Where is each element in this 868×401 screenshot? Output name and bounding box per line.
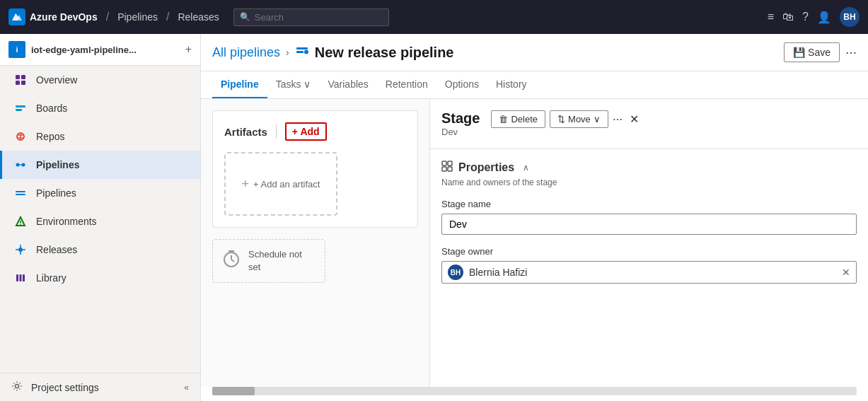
overview-icon (13, 73, 28, 87)
svg-rect-33 (442, 161, 446, 165)
sidebar-item-overview[interactable]: Overview (0, 66, 200, 94)
stage-name-group: Stage name (441, 199, 857, 235)
schedule-box[interactable]: Schedule not set (212, 239, 325, 283)
settings-label: Project settings (31, 382, 99, 393)
sidebar-item-pipelines[interactable]: Pipelines (0, 151, 200, 179)
project-icon: i (8, 41, 25, 58)
canvas-scrollbar-thumb (212, 387, 255, 395)
search-icon: 🔍 (240, 12, 250, 22)
svg-line-31 (231, 260, 234, 262)
project-selector[interactable]: i iot-edge-yaml-pipeline... + (0, 34, 200, 66)
stage-panel: Stage Dev 🗑 Delete ⇅ Move ∨ ⋯ (429, 99, 868, 387)
app-name: Azure DevOps (30, 11, 98, 23)
sidebar-item-label-boards: Boards (36, 103, 67, 114)
schedule-text: Schedule not set (248, 248, 316, 274)
library-icon (13, 271, 28, 285)
stage-panel-header: Stage Dev 🗑 Delete ⇅ Move ∨ ⋯ (430, 99, 868, 149)
add-artifact-text: + Add an artifact (253, 179, 320, 190)
breadcrumb-all-pipelines[interactable]: All pipelines (212, 45, 280, 60)
svg-point-13 (16, 163, 20, 167)
stage-subtitle: Dev (441, 127, 480, 137)
sidebar-item-label-pipelines2: Pipelines (36, 187, 76, 199)
properties-collapse-icon[interactable]: ∧ (523, 163, 529, 173)
sidebar-item-boards[interactable]: Boards (0, 94, 200, 122)
breadcrumb-sep2: / (166, 11, 169, 23)
properties-icon (441, 161, 453, 175)
collapse-icon[interactable]: « (184, 383, 189, 393)
artifacts-divider (276, 124, 277, 139)
main-layout: i iot-edge-yaml-pipeline... + Overview B… (0, 34, 868, 401)
app-logo[interactable]: Azure DevOps (8, 8, 98, 25)
stage-owner-label: Stage owner (441, 246, 857, 257)
save-button[interactable]: 💾 Save (784, 42, 840, 62)
tab-history[interactable]: History (487, 71, 536, 98)
repos-icon (13, 129, 28, 144)
search-box[interactable]: 🔍 (233, 8, 389, 26)
releases-icon (13, 243, 28, 257)
artifacts-label: Artifacts (224, 126, 267, 138)
sidebar-item-label-repos: Repos (36, 131, 64, 142)
add-artifact-box[interactable]: + + Add an artifact (224, 152, 337, 216)
properties-header: Properties ∧ (441, 161, 857, 175)
tab-tasks[interactable]: Tasks ∨ (267, 71, 320, 98)
delete-label: Delete (511, 114, 538, 124)
artifacts-header: Artifacts + Add (224, 122, 406, 141)
canvas-horizontal-scrollbar[interactable] (212, 387, 857, 395)
delete-stage-button[interactable]: 🗑 Delete (491, 110, 545, 128)
topbar: Azure DevOps / Pipelines / Releases 🔍 ≡ … (0, 0, 868, 34)
stage-name-input[interactable] (441, 214, 857, 235)
tab-variables[interactable]: Variables (319, 71, 376, 98)
content-header: All pipelines › New release pipeline 💾 S… (201, 34, 868, 71)
project-name: iot-edge-yaml-pipeline... (31, 45, 180, 55)
add-artifact-plus-icon: + (242, 177, 250, 192)
search-input[interactable] (255, 12, 383, 23)
stage-owner-group: Stage owner BH Blernia Hafizi ✕ (441, 246, 857, 284)
svg-point-25 (16, 385, 19, 388)
breadcrumb-releases[interactable]: Releases (178, 11, 219, 23)
help-icon-btn[interactable]: ? (802, 11, 809, 23)
svg-rect-22 (16, 274, 18, 281)
sidebar-item-environments[interactable]: Environments (0, 207, 200, 236)
sidebar-item-library[interactable]: Library (0, 264, 200, 292)
sidebar-item-repos[interactable]: Repos (0, 122, 200, 151)
project-settings-item[interactable]: Project settings « (0, 373, 200, 401)
pipelines-icon (13, 158, 28, 172)
owner-avatar: BH (448, 265, 463, 280)
sidebar: i iot-edge-yaml-pipeline... + Overview B… (0, 34, 201, 401)
user-avatar[interactable]: BH (840, 7, 860, 27)
svg-rect-17 (16, 194, 25, 195)
stage-panel-actions: 🗑 Delete ⇅ Move ∨ ⋯ ✕ (491, 110, 638, 128)
svg-point-28 (304, 50, 308, 54)
header-more-button[interactable]: ⋯ (845, 46, 857, 59)
pipeline-type-icon (295, 44, 309, 62)
pipelines2-icon (13, 186, 28, 200)
properties-desc: Name and owners of the stage (441, 178, 857, 187)
stage-title: Stage (441, 110, 480, 127)
add-project-icon[interactable]: + (185, 43, 192, 56)
schedule-clock-icon (221, 249, 241, 273)
owner-clear-button[interactable]: ✕ (842, 267, 850, 278)
stage-title-group: Stage Dev (441, 110, 480, 137)
pipeline-title: New release pipeline (315, 45, 454, 61)
svg-rect-35 (442, 167, 446, 171)
breadcrumb-pipelines[interactable]: Pipelines (117, 11, 158, 23)
tab-pipeline[interactable]: Pipeline (212, 71, 267, 98)
sidebar-item-pipelines2[interactable]: Pipelines (0, 179, 200, 207)
owner-input[interactable]: BH Blernia Hafizi ✕ (441, 261, 857, 284)
delete-icon: 🗑 (499, 114, 508, 124)
svg-rect-27 (296, 51, 303, 53)
pipeline-canvas[interactable]: Artifacts + Add + + Add an artifact (201, 99, 429, 387)
svg-rect-24 (23, 274, 25, 281)
stage-more-button[interactable]: ⋯ (613, 114, 623, 125)
stage-panel-body: Properties ∧ Name and owners of the stag… (430, 149, 868, 387)
add-artifact-button[interactable]: + Add (285, 122, 327, 141)
tab-retention[interactable]: Retention (377, 71, 436, 98)
move-stage-button[interactable]: ⇅ Move ∨ (550, 110, 608, 128)
shopping-icon-btn[interactable]: 🛍 (782, 11, 794, 23)
sidebar-item-releases[interactable]: Releases (0, 236, 200, 264)
tab-options[interactable]: Options (436, 71, 487, 98)
list-icon-btn[interactable]: ≡ (768, 11, 774, 23)
canvas-inner: Artifacts + Add + + Add an artifact (212, 110, 418, 283)
close-panel-button[interactable]: ✕ (630, 112, 639, 126)
people-icon-btn[interactable]: 👤 (817, 11, 831, 24)
